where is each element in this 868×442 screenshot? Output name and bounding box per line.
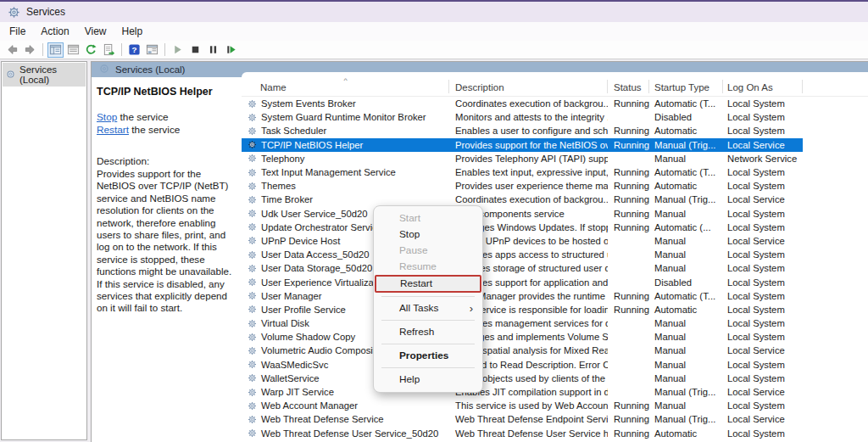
column-header-log-on-as[interactable]: Log On As [723, 77, 803, 96]
service-name: Volume Shadow Copy [261, 332, 355, 342]
cell-description: Monitors and attests to the integrity ..… [449, 112, 608, 122]
table-row[interactable]: WalletServiceHosts objects used by clien… [242, 372, 803, 385]
cell-startup: Manual [649, 373, 723, 383]
context-menu-item-restart[interactable]: Restart [375, 275, 481, 293]
cell-logon: Local System [723, 291, 803, 301]
restart-service-link[interactable]: Restart [97, 124, 129, 136]
column-header-status[interactable]: Status [608, 77, 649, 96]
restart-service-icon[interactable] [223, 42, 239, 58]
start-service-icon[interactable] [170, 42, 186, 58]
help-icon[interactable]: ? [126, 42, 142, 58]
menu-item-help[interactable]: Help [114, 24, 151, 39]
pause-service-icon[interactable] [205, 42, 221, 58]
stop-service-link[interactable]: Stop [97, 111, 117, 123]
cell-name: TCP/IP NetBIOS Helper [242, 140, 449, 150]
cell-status: Running [608, 167, 649, 177]
stop-service-line: Stop the service [97, 111, 233, 124]
service-gear-icon [248, 99, 257, 109]
table-row[interactable]: Udk User Service_50d20Shell components s… [242, 207, 803, 221]
table-row[interactable]: Update Orchestrator ServiceManages Windo… [242, 221, 803, 234]
menu-item-file[interactable]: File [2, 24, 33, 39]
service-name: Virtual Disk [261, 318, 309, 328]
cell-startup: Automatic [649, 126, 723, 136]
service-gear-icon [248, 305, 257, 314]
context-menu-item-all-tasks[interactable]: All Tasks› [374, 300, 482, 316]
service-gear-icon [248, 126, 257, 136]
table-row[interactable]: Task SchedulerEnables a user to configur… [242, 124, 803, 137]
back-icon[interactable] [4, 42, 20, 58]
table-row[interactable]: ThemesProvides user experience theme ma.… [242, 179, 803, 193]
table-row[interactable]: System Events BrokerCoordinates executio… [242, 97, 803, 110]
extended-view-icon[interactable] [144, 42, 160, 58]
service-name: WalletService [261, 373, 320, 383]
column-header-startup-type[interactable]: Startup Type [649, 77, 723, 96]
table-row[interactable]: User ManagerUser Manager provides the ru… [242, 289, 803, 303]
cell-startup: Disabled [649, 112, 723, 122]
table-row[interactable]: Web Threat Defense ServiceWeb Threat Def… [242, 412, 803, 426]
tree-item-services-local[interactable]: g stroke="#7b93b0" stroke-width="1.5"> S… [3, 63, 86, 87]
table-row[interactable]: Virtual DiskProvides management services… [242, 316, 803, 330]
service-gear-icon [248, 428, 257, 438]
table-row[interactable]: UPnP Device HostAllows UPnP devices to b… [242, 234, 803, 248]
service-name: System Guard Runtime Monitor Broker [261, 112, 426, 122]
console-properties-icon[interactable] [65, 42, 81, 58]
cell-description: Provides user experience theme ma... [449, 181, 608, 191]
context-menu-item-stop[interactable]: Stop [374, 227, 482, 243]
table-row[interactable]: Web Threat Defense User Service_50d20Web… [242, 427, 803, 440]
table-row[interactable]: User Profile ServiceThis service is resp… [242, 303, 803, 316]
service-name: Themes [261, 181, 296, 191]
cell-status: Running [608, 98, 649, 109]
table-row[interactable]: Volumetric Audio Compositor ServiceHosts… [242, 344, 803, 357]
service-name: Web Threat Defense Service [261, 414, 384, 424]
cell-name: Text Input Management Service [242, 167, 449, 177]
table-row[interactable]: Time BrokerCoordinates execution of back… [242, 193, 803, 206]
cell-startup: Automatic (T... [649, 291, 723, 301]
service-gear-icon [248, 415, 257, 424]
cell-startup: Manual [649, 263, 723, 273]
service-gear-icon [248, 401, 257, 411]
show-console-tree-icon[interactable] [47, 42, 64, 58]
table-row[interactable]: Text Input Management ServiceEnables tex… [242, 165, 803, 179]
cell-status: Running [608, 209, 649, 219]
stop-service-icon[interactable] [187, 42, 203, 58]
table-row[interactable]: Web Account ManagerThis service is used … [242, 399, 803, 412]
table-row[interactable]: WaaSMedicSvc<Failed to Read Description.… [242, 358, 803, 372]
table-row[interactable]: TCP/IP NetBIOS HelperProvides support fo… [242, 138, 803, 152]
services-list-pane: Name^DescriptionStatusStartup TypeLog On… [242, 77, 868, 442]
menu-item-view[interactable]: View [77, 24, 114, 39]
panel-tab-services-local[interactable]: Services (Local) [92, 62, 185, 77]
window-title: Services [26, 6, 65, 18]
forward-icon[interactable] [22, 42, 38, 58]
context-menu-item-label: Refresh [399, 326, 434, 338]
table-row[interactable]: User Experience Virtualization ServicePr… [242, 275, 803, 288]
table-row[interactable]: System Guard Runtime Monitor BrokerMonit… [242, 110, 803, 124]
cell-startup: Manual (Trig... [649, 140, 723, 150]
column-resize-handle[interactable] [802, 80, 803, 93]
context-menu-separator [381, 344, 475, 344]
svg-text:?: ? [131, 45, 136, 54]
table-row[interactable]: TelephonyProvides Telephony API (TAPI) s… [242, 152, 803, 165]
table-row[interactable]: User Data Access_50d20Provides apps acce… [242, 248, 803, 261]
column-header-name[interactable]: Name^ [242, 77, 449, 96]
cell-logon: Local Service [723, 140, 803, 150]
column-header-description[interactable]: Description [449, 77, 608, 96]
cell-logon: Local System [723, 332, 803, 342]
toolbar-separator [164, 43, 165, 56]
context-menu-item-refresh[interactable]: Refresh [374, 324, 482, 340]
context-menu-item-properties[interactable]: Properties [374, 348, 482, 364]
menu-item-action[interactable]: Action [33, 24, 76, 39]
cell-startup: Manual (Trig... [649, 414, 723, 424]
table-row[interactable]: Volume Shadow CopyManages and implements… [242, 330, 803, 344]
table-row[interactable]: User Data Storage_50d20Handles storage o… [242, 261, 803, 275]
refresh-icon[interactable] [83, 42, 99, 58]
table-row[interactable]: Warp JIT ServiceEnables JIT compilation … [242, 385, 803, 399]
service-name: Web Account Manager [261, 400, 358, 411]
service-gear-icon [248, 250, 257, 260]
export-list-icon[interactable] [101, 42, 117, 58]
cell-logon: Local Service [723, 236, 803, 246]
services-rows: System Events BrokerCoordinates executio… [242, 97, 868, 440]
cell-description: Provides support for the NetBIOS ov... [449, 140, 608, 150]
cell-startup: Manual [649, 360, 723, 370]
cell-startup: Manual [649, 236, 723, 246]
context-menu-item-help[interactable]: Help [374, 372, 482, 388]
